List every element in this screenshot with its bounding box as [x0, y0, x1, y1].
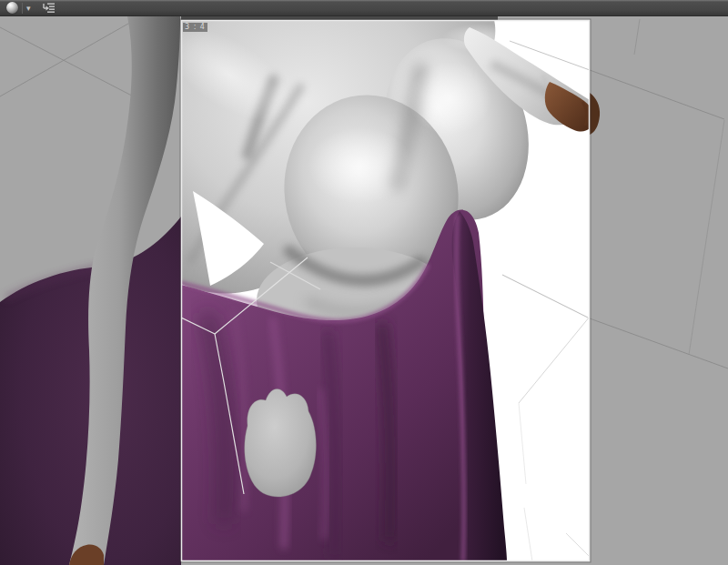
cloth-pokethrough-blob: [245, 388, 317, 497]
viewport-canvas[interactable]: [0, 0, 728, 565]
toolbar: ▾: [0, 0, 728, 16]
scene-outline-icon: [42, 2, 56, 14]
aspect-ratio-label: 3 : 4: [183, 23, 207, 32]
viewport[interactable]: 3 : 4: [0, 0, 728, 565]
chevron-down-icon: ▾: [26, 1, 31, 15]
toolbar-separator: [22, 3, 23, 14]
display-mode-button[interactable]: [5, 1, 20, 15]
scene-outline-button[interactable]: [40, 1, 57, 15]
display-mode-dropdown[interactable]: ▾: [25, 1, 33, 15]
shaded-sphere-icon: [6, 2, 18, 14]
